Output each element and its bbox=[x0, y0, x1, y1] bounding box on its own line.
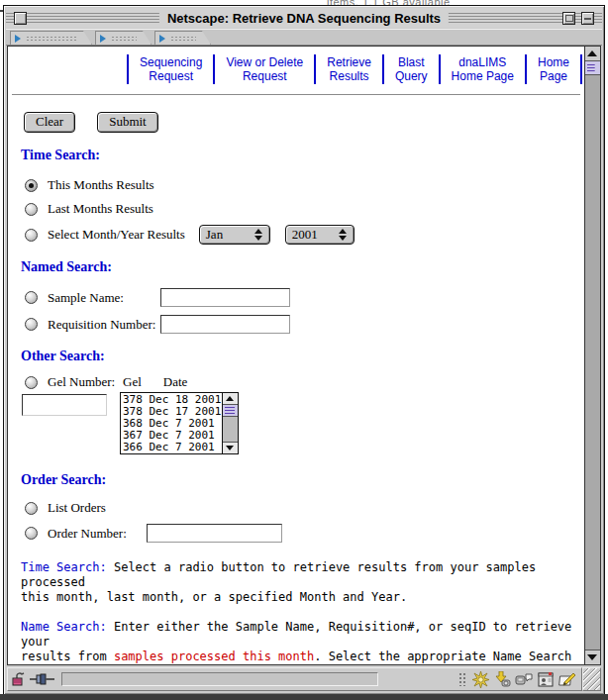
scroll-down-icon[interactable] bbox=[585, 650, 600, 664]
listbox-scroll-track[interactable] bbox=[223, 417, 238, 442]
discussions-icon[interactable] bbox=[514, 671, 534, 688]
collapsed-location-toolbar-tab[interactable] bbox=[95, 31, 152, 45]
month-popup[interactable]: Jan bbox=[199, 225, 270, 245]
year-popup[interactable]: 2001 bbox=[285, 225, 355, 245]
popup-arrows-icon bbox=[335, 229, 351, 241]
help-text-block: Time Search: Select a radio button to re… bbox=[21, 560, 584, 664]
month-popup-value: Jan bbox=[200, 227, 251, 243]
nav-link-line: Page bbox=[538, 69, 569, 83]
gel-list-item[interactable]: 366 Dec 7 2001 bbox=[121, 442, 222, 453]
radio-row-last-months: Last Months Results bbox=[25, 201, 584, 217]
page-scrollbar[interactable] bbox=[584, 47, 600, 664]
radio-row-requisition: Requisition Number: bbox=[25, 315, 584, 334]
collapse-box-icon[interactable] bbox=[562, 12, 575, 25]
radio-row-select-month-year: Select Month/Year Results Jan 2001 bbox=[25, 225, 584, 245]
order-number-radio[interactable] bbox=[25, 527, 38, 540]
window-title: Netscape: Retrieve DNA Sequencing Result… bbox=[159, 11, 449, 26]
title-bar[interactable]: Netscape: Retrieve DNA Sequencing Result… bbox=[6, 8, 602, 28]
radio-row-sample-name: Sample Name: bbox=[25, 288, 584, 307]
composer-icon[interactable] bbox=[557, 671, 577, 688]
component-bar-handle-icon[interactable] bbox=[458, 672, 466, 686]
named-search-heading: Named Search: bbox=[21, 259, 584, 275]
status-bar bbox=[7, 667, 582, 691]
scrollbar-thumb[interactable] bbox=[585, 61, 600, 75]
order-search-heading: Order Search: bbox=[21, 472, 584, 488]
resize-grip-icon[interactable] bbox=[582, 667, 601, 691]
gel-number-label: Gel Number: bbox=[48, 374, 115, 390]
radio-row-this-months: This Months Results bbox=[25, 177, 584, 193]
sample-name-radio[interactable] bbox=[25, 291, 38, 304]
sample-name-label: Sample Name: bbox=[48, 290, 160, 306]
nav-link-line: Home Page bbox=[452, 69, 514, 83]
this-months-radio[interactable] bbox=[25, 179, 38, 192]
collapsed-toolbars-strip bbox=[6, 29, 602, 46]
listbox-scrollbar-thumb[interactable] bbox=[223, 405, 238, 417]
collapsed-personal-toolbar-tab[interactable] bbox=[154, 31, 211, 45]
time-search-help: Time Search: Select a radio button to re… bbox=[21, 560, 584, 605]
gel-date-listbox: 378 Dec 18 2001 378 Dec 17 2001 368 Dec … bbox=[120, 392, 239, 454]
toolbar-texture bbox=[26, 36, 77, 41]
radio-row-order-number: Order Number: bbox=[25, 524, 584, 543]
browser-content: Sequencing Request View or Delete Reques… bbox=[7, 46, 601, 665]
select-month-year-radio[interactable] bbox=[25, 229, 38, 242]
nav-link-retrieve-results[interactable]: Retrieve Results bbox=[314, 54, 382, 84]
clear-button[interactable]: Clear bbox=[24, 112, 75, 133]
this-months-label: This Months Results bbox=[48, 177, 154, 193]
help-highlight-red: samples processed this month bbox=[114, 650, 314, 663]
nav-link-line: View or Delete bbox=[226, 55, 303, 69]
listbox-scrollbar[interactable] bbox=[222, 393, 238, 453]
nav-link-view-or-delete-request[interactable]: View or Delete Request bbox=[213, 54, 314, 84]
gel-number-radio[interactable] bbox=[25, 376, 38, 389]
nav-link-line: Results bbox=[327, 69, 371, 83]
nav-link-line: Sequencing bbox=[140, 55, 202, 69]
netscape-window: Netscape: Retrieve DNA Sequencing Result… bbox=[3, 5, 605, 695]
horizontal-rule bbox=[12, 94, 580, 96]
status-row bbox=[7, 667, 601, 691]
listbox-scroll-down-icon[interactable] bbox=[223, 442, 238, 453]
gel-number-input[interactable] bbox=[22, 394, 107, 416]
last-months-radio[interactable] bbox=[25, 203, 38, 216]
security-padlock-icon[interactable] bbox=[11, 672, 26, 687]
name-search-help: Name Search: Enter either the Sample Nam… bbox=[21, 620, 584, 664]
listbox-scroll-up-icon[interactable] bbox=[223, 393, 238, 405]
year-popup-value: 2001 bbox=[286, 227, 335, 243]
connection-plug-icon bbox=[30, 673, 55, 685]
sample-name-input[interactable] bbox=[160, 288, 290, 307]
requisition-number-input[interactable] bbox=[160, 315, 290, 334]
status-message-area bbox=[61, 672, 378, 686]
help-label: Name Search: bbox=[21, 620, 107, 634]
list-orders-radio[interactable] bbox=[25, 502, 38, 515]
gel-list-header: GelDate bbox=[123, 374, 239, 390]
gel-list-rows: 378 Dec 18 2001 378 Dec 17 2001 368 Dec … bbox=[121, 393, 222, 453]
nav-link-home-page[interactable]: Home Page bbox=[525, 54, 582, 84]
nav-link-line: Request bbox=[140, 69, 202, 83]
radio-row-list-orders: List Orders bbox=[25, 500, 584, 516]
windowshade-box-icon[interactable] bbox=[581, 12, 594, 25]
nav-link-sequencing-request[interactable]: Sequencing Request bbox=[127, 54, 213, 84]
address-book-icon[interactable] bbox=[536, 671, 556, 688]
gel-column-header: Gel bbox=[123, 374, 142, 389]
submit-button[interactable]: Submit bbox=[97, 112, 158, 133]
collapsed-navigation-toolbar-tab[interactable] bbox=[10, 31, 92, 45]
navigator-icon[interactable] bbox=[470, 671, 490, 688]
gel-search-block: Gel Number: GelDate 378 Dec 18 2001 378 … bbox=[25, 374, 584, 454]
nav-link-dnalims-home-page[interactable]: dnaLIMS Home Page bbox=[439, 54, 525, 84]
requisition-number-radio[interactable] bbox=[25, 318, 38, 331]
toolbar-texture bbox=[170, 36, 196, 41]
toolbar-expand-icon bbox=[15, 35, 21, 43]
scroll-up-icon[interactable] bbox=[585, 47, 600, 61]
close-box-icon[interactable] bbox=[14, 12, 27, 25]
toolbar-texture bbox=[111, 36, 137, 41]
scroll-track[interactable] bbox=[585, 75, 600, 650]
order-number-input[interactable] bbox=[147, 524, 282, 543]
nav-link-blast-query[interactable]: Blast Query bbox=[382, 54, 439, 84]
date-column-header: Date bbox=[163, 374, 188, 389]
desktop-background bbox=[0, 694, 608, 700]
select-month-year-label: Select Month/Year Results bbox=[48, 227, 185, 243]
requisition-number-label: Requisition Number: bbox=[48, 317, 160, 333]
page-nav-links: Sequencing Request View or Delete Reques… bbox=[127, 54, 584, 84]
download-icon[interactable] bbox=[492, 671, 512, 688]
nav-link-line: Query bbox=[395, 69, 428, 83]
nav-link-line: Blast bbox=[395, 55, 428, 69]
help-label: Time Search: bbox=[21, 560, 107, 574]
